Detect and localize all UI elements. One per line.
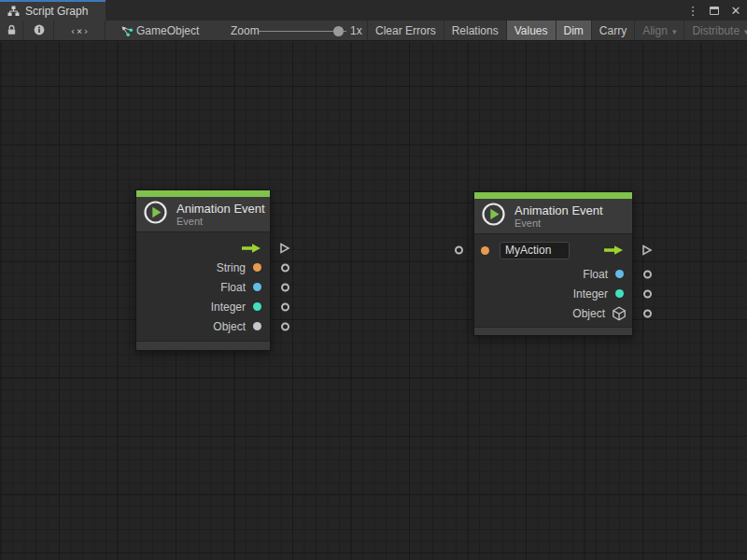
carry-toggle[interactable]: Carry: [591, 21, 634, 41]
script-graph-window: Script Graph ⋮ ✕: [0, 0, 747, 560]
maximize-icon[interactable]: [707, 2, 722, 19]
gameobject-label[interactable]: GameObject: [136, 21, 199, 41]
port-row-object: Object: [136, 316, 270, 336]
distribute-dropdown[interactable]: Distribute ▾: [684, 21, 747, 41]
relations-button[interactable]: Relations: [444, 21, 506, 41]
event-name-input[interactable]: [500, 242, 570, 259]
node-title: Animation Event: [176, 202, 265, 216]
data-port-connector[interactable]: [643, 309, 652, 317]
port-label: Object: [213, 320, 246, 333]
tab-bar: Script Graph ⋮ ✕: [0, 0, 747, 21]
port-row-float: Float: [136, 277, 270, 297]
port-row-string: String: [136, 258, 270, 277]
tab-title: Script Graph: [25, 5, 88, 18]
integer-port-dot[interactable]: [615, 289, 624, 298]
flow-arrow-icon[interactable]: [603, 245, 624, 256]
port-label: String: [217, 261, 246, 274]
node-title: Animation Event: [514, 203, 603, 217]
node-body: String Float Integer Object: [136, 232, 270, 341]
node-body: Float Integer Object: [474, 234, 632, 327]
data-port-connector[interactable]: [281, 283, 289, 291]
clear-errors-button[interactable]: Clear Errors: [367, 21, 444, 41]
port-label: Float: [220, 281, 246, 294]
event-play-icon: [143, 200, 168, 229]
integer-port-dot[interactable]: [253, 302, 261, 311]
node-header[interactable]: Animation Event Event: [474, 199, 632, 234]
data-port-connector[interactable]: [643, 270, 652, 278]
tab-script-graph[interactable]: Script Graph: [0, 0, 106, 21]
info-button[interactable]: [24, 21, 54, 41]
name-input-row: [474, 236, 632, 264]
graph-canvas[interactable]: Animation Event Event: [0, 42, 747, 560]
align-dropdown[interactable]: Align ▾: [634, 21, 684, 41]
port-row-integer: Integer: [474, 284, 632, 303]
port-label: Object: [572, 307, 605, 320]
node-footer: [136, 341, 270, 350]
zoom-value: 1x: [350, 21, 362, 41]
code-brackets-icon: ‹×›: [70, 26, 90, 36]
cube-icon[interactable]: [612, 306, 627, 321]
string-input-dot[interactable]: [481, 246, 489, 255]
lock-icon: [7, 24, 17, 38]
node-accent-bar: [136, 190, 270, 197]
node-accent-bar: [474, 192, 632, 199]
string-port-dot[interactable]: [253, 263, 261, 272]
control-port-connector[interactable]: [641, 245, 653, 257]
port-label: Float: [583, 268, 608, 281]
object-port-dot[interactable]: [253, 322, 261, 330]
control-port-connector[interactable]: [278, 242, 290, 254]
zoom-label: Zoom: [231, 21, 260, 41]
node-header[interactable]: Animation Event Event: [136, 197, 270, 232]
edit-graph-button[interactable]: ‹×›: [55, 21, 106, 41]
graph-hierarchy-icon: [7, 6, 20, 17]
float-port-dot[interactable]: [615, 270, 624, 278]
data-port-connector[interactable]: [281, 302, 289, 311]
data-port-connector[interactable]: [281, 322, 289, 330]
node-animation-event-2[interactable]: Animation Event Event: [473, 191, 633, 336]
name-input-connector[interactable]: [455, 246, 463, 255]
port-row-object: Object: [474, 303, 632, 323]
values-toggle[interactable]: Values: [506, 21, 556, 41]
flow-arrow-icon[interactable]: [241, 243, 261, 254]
node-footer: [474, 327, 632, 335]
float-port-dot[interactable]: [253, 283, 261, 291]
close-icon[interactable]: ✕: [728, 2, 743, 19]
node-subtitle: Event: [176, 216, 265, 228]
event-play-icon: [481, 202, 506, 231]
zoom-slider-handle[interactable]: [333, 26, 344, 36]
port-label: Integer: [211, 301, 246, 314]
port-row-integer: Integer: [136, 297, 270, 316]
data-port-connector[interactable]: [281, 263, 289, 272]
data-port-connector[interactable]: [643, 289, 652, 298]
graph-toolbar: ‹×› GameObject Zoom 1x Clear Errors Rela…: [0, 21, 747, 41]
gameobject-icon: [118, 21, 136, 41]
window-menu-icon[interactable]: ⋮: [685, 2, 700, 19]
port-label: Integer: [573, 287, 608, 301]
lock-button[interactable]: [0, 21, 23, 41]
toolbar-button-row: Clear Errors Relations Values Dim Carry …: [367, 21, 747, 41]
node-animation-event-1[interactable]: Animation Event Event: [135, 189, 271, 351]
node-subtitle: Event: [514, 217, 603, 230]
info-icon: [34, 24, 45, 38]
port-row-float: Float: [474, 264, 632, 284]
window-controls: ⋮ ✕: [685, 0, 743, 21]
dim-toggle[interactable]: Dim: [556, 21, 591, 41]
control-output-row: [136, 238, 270, 258]
chevron-down-icon: ▾: [672, 27, 677, 36]
